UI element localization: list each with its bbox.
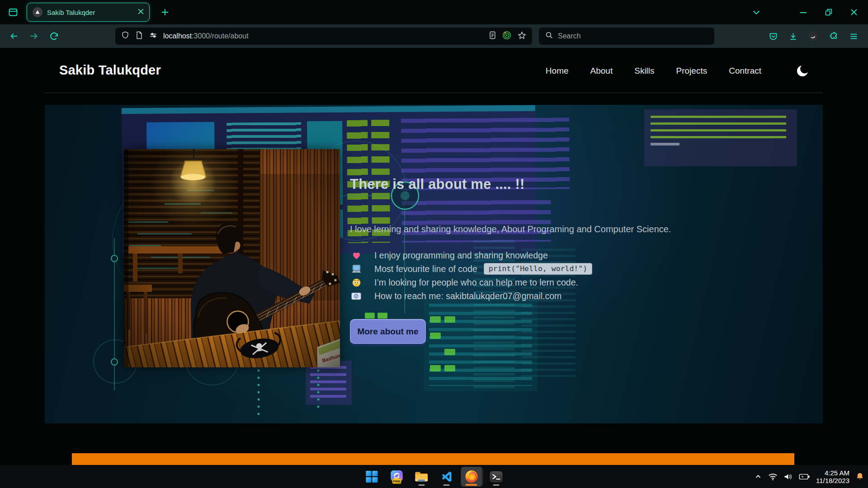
- tab-close-icon[interactable]: [138, 8, 144, 16]
- file-explorer-icon[interactable]: [411, 467, 432, 487]
- windows-taskbar: PRE: [0, 465, 868, 488]
- nav-link-contract[interactable]: Contract: [729, 66, 761, 76]
- about-facts-list: I enjoy programming and sharing knowledg…: [351, 249, 592, 303]
- web-page: Sakib Talukqder Home About Skills Projec…: [0, 48, 868, 465]
- reader-mode-icon[interactable]: [488, 31, 496, 42]
- about-heading: There is all about me .... !!: [350, 176, 525, 192]
- running-indicator: [493, 484, 500, 486]
- window-restore-icon[interactable]: [821, 6, 836, 19]
- fact-row: How to reach me: sakibtalukqder07@gmail.…: [351, 289, 592, 303]
- url-text[interactable]: localhost:3000/route/about: [163, 32, 483, 40]
- bookmark-star-icon[interactable]: [517, 31, 527, 42]
- browser-tab[interactable]: Sakib Talukqder: [27, 3, 150, 22]
- nav-link-about[interactable]: About: [590, 66, 613, 76]
- terminal-icon[interactable]: [486, 467, 507, 487]
- more-about-me-button[interactable]: More about me: [350, 319, 426, 344]
- fact-row: I’m looking for people who can help me t…: [351, 276, 592, 289]
- site-header: Sakib Talukqder Home About Skills Projec…: [45, 48, 823, 93]
- window-close-icon[interactable]: [846, 6, 862, 19]
- wifi-icon[interactable]: [768, 473, 778, 481]
- window-minimize-icon[interactable]: [796, 6, 811, 19]
- vscode-icon[interactable]: [436, 467, 457, 487]
- volume-icon[interactable]: [783, 473, 793, 481]
- running-indicator: [419, 484, 425, 486]
- search-input[interactable]: Search: [539, 28, 714, 45]
- page-info-icon[interactable]: [135, 31, 143, 42]
- fact-text: Most fevourite line of code: [374, 264, 477, 274]
- tray-chevron-up-icon[interactable]: [754, 473, 762, 481]
- reload-icon[interactable]: [46, 29, 61, 43]
- search-icon: [545, 31, 553, 41]
- taskbar-center: PRE: [362, 465, 507, 488]
- downloads-icon[interactable]: [786, 30, 800, 42]
- url-bar[interactable]: localhost:3000/route/about: [115, 28, 532, 45]
- dark-mode-moon-icon[interactable]: [795, 63, 810, 79]
- copilot-icon[interactable]: PRE: [387, 467, 407, 487]
- pleading-face-emoji-icon: [351, 278, 362, 287]
- code-snippet-chip: print("Hello, world!"): [484, 263, 593, 275]
- site-nav: Home About Skills Projects Contract: [546, 63, 810, 79]
- profile-photo: Bashundh: [124, 149, 340, 367]
- tab-list-chevron-icon[interactable]: [749, 6, 764, 19]
- nav-link-projects[interactable]: Projects: [676, 66, 708, 76]
- clock-time: 4:25 AM: [816, 469, 849, 477]
- taskbar-clock[interactable]: 4:25 AM 11/18/2023: [816, 469, 849, 484]
- back-icon[interactable]: [6, 29, 22, 43]
- extension-tracker-icon[interactable]: [502, 30, 512, 42]
- clock-date: 11/18/2023: [816, 477, 849, 484]
- shield-icon[interactable]: [121, 31, 130, 42]
- tab-title: Sakib Talukqder: [47, 9, 133, 16]
- firefox-icon-active[interactable]: [461, 467, 482, 487]
- hero-section: Bashundh There is all about me .... !! I…: [45, 105, 823, 423]
- fact-row: I enjoy programming and sharing knowledg…: [351, 249, 592, 262]
- copilot-pre-badge: PRE: [393, 479, 401, 483]
- fact-text: I enjoy programming and sharing knowledg…: [374, 250, 548, 261]
- url-path: :3000/route/about: [192, 32, 248, 40]
- account-avatar-icon[interactable]: [806, 30, 820, 42]
- email-emoji-icon: [351, 292, 362, 300]
- site-brand[interactable]: Sakib Talukqder: [59, 63, 161, 78]
- battery-charging-icon[interactable]: [799, 473, 810, 480]
- running-indicator-active: [466, 484, 477, 486]
- browser-toolbar: localhost:3000/route/about: [0, 24, 868, 48]
- screen: Sakib Talukqder: [0, 0, 868, 488]
- permissions-sliders-icon[interactable]: [149, 31, 158, 42]
- about-intro: I love lerning and sharing knowledge, Ab…: [350, 224, 684, 235]
- fact-text: How to reach me: sakibtalukqder07@gmail.…: [374, 291, 561, 301]
- nav-link-skills[interactable]: Skills: [634, 66, 654, 76]
- next-section-orange-bar: [72, 453, 794, 465]
- search-placeholder: Search: [558, 32, 581, 40]
- tab-overview-icon[interactable]: [6, 6, 20, 19]
- system-tray: 4:25 AM 11/18/2023: [754, 465, 864, 488]
- fact-row: Most fevourite line of code print("Hello…: [351, 262, 592, 276]
- fact-text: I’m looking for people who can help me t…: [374, 277, 578, 288]
- url-host: localhost: [163, 32, 192, 40]
- extensions-puzzle-icon[interactable]: [826, 30, 841, 42]
- laptop-emoji-icon: [351, 264, 362, 274]
- browser-titlebar: Sakib Talukqder: [0, 0, 868, 24]
- tab-favicon-icon: [33, 7, 42, 17]
- notification-bell-icon[interactable]: [855, 472, 864, 481]
- running-indicator: [443, 484, 450, 486]
- forward-icon[interactable]: [26, 29, 42, 43]
- start-button-icon[interactable]: [362, 467, 382, 487]
- menu-hamburger-icon[interactable]: [846, 30, 861, 42]
- new-tab-icon[interactable]: [158, 6, 172, 19]
- nav-link-home[interactable]: Home: [546, 66, 569, 76]
- pocket-icon[interactable]: [766, 30, 780, 42]
- heart-emoji-icon: [351, 251, 362, 260]
